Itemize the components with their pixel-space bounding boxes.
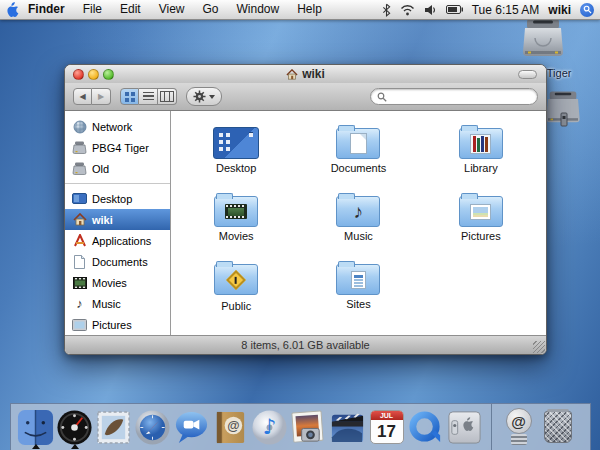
sidebar-item-music[interactable]: ♪ Music (65, 293, 170, 314)
file-desktop[interactable]: Desktop (186, 121, 286, 189)
volume-menu[interactable] (424, 4, 437, 16)
menu-clock[interactable]: Tue 6:15 AM (472, 3, 540, 17)
dock-item-ical[interactable]: JUL 17 (367, 406, 406, 448)
applications-icon (72, 233, 87, 248)
file-area: Desktop Documents Library Movies (171, 111, 546, 335)
dock-item-dashboard[interactable] (55, 406, 94, 448)
sidebar-item-old[interactable]: Old (65, 158, 170, 179)
file-music[interactable]: ♪ Music (308, 189, 408, 257)
dashboard-icon (56, 409, 93, 446)
sidebar-item-desktop[interactable]: Desktop (65, 188, 170, 209)
file-pictures[interactable]: Pictures (431, 189, 531, 257)
menu-item-help[interactable]: Help (288, 0, 331, 19)
file-documents[interactable]: Documents (308, 121, 408, 189)
apple-menu[interactable] (0, 2, 24, 17)
menu-item-view[interactable]: View (150, 0, 194, 19)
window-titlebar[interactable]: wiki (65, 65, 546, 83)
spotlight-magnifier-icon (583, 5, 592, 14)
battery-menu[interactable] (446, 5, 463, 14)
dock-item-safari[interactable] (133, 406, 172, 448)
battery-icon (446, 5, 463, 14)
file-public[interactable]: Public (186, 257, 286, 325)
dock-item-imovie[interactable] (328, 406, 367, 448)
document-icon (72, 254, 87, 269)
address-book-icon: @ (212, 409, 249, 446)
close-button[interactable] (73, 69, 84, 80)
spotlight-button[interactable] (580, 3, 594, 17)
dock-item-mail[interactable] (94, 406, 133, 448)
music-folder-icon: ♪ (336, 196, 380, 227)
window-title: wiki (302, 67, 325, 81)
sidebar-item-wiki[interactable]: wiki (65, 209, 170, 230)
search-input[interactable] (391, 90, 531, 104)
iphoto-icon (290, 409, 327, 446)
dock-item-system-preferences[interactable] (445, 406, 484, 448)
dock-item-iphoto[interactable] (289, 406, 328, 448)
dock-item-ichat[interactable] (172, 406, 211, 448)
apple-logo-icon (6, 2, 19, 17)
minimize-button[interactable] (88, 69, 99, 80)
desktop-background: Finder File Edit View Go Window Help (0, 0, 600, 450)
sites-folder-icon (336, 264, 380, 295)
sidebar-item-pictures[interactable]: Pictures (65, 314, 170, 335)
at-spring-icon: @ (502, 408, 536, 446)
sidebar-item-pbg4-tiger[interactable]: PBG4 Tiger (65, 137, 170, 158)
back-button[interactable]: ◀ (73, 88, 92, 105)
dock-item-web-link[interactable]: @ (499, 406, 538, 448)
svg-text:@: @ (227, 418, 239, 432)
action-menu-button[interactable] (186, 87, 222, 106)
ical-icon: JUL 17 (370, 410, 404, 444)
sidebar-item-label: Applications (92, 235, 151, 247)
column-view-icon (160, 91, 174, 102)
airport-menu[interactable] (400, 3, 415, 16)
sidebar-item-label: Documents (92, 256, 148, 268)
search-field[interactable] (370, 88, 538, 105)
icon-view-button[interactable] (120, 88, 139, 105)
toolbar-toggle-button[interactable] (518, 70, 537, 79)
desktop-folder-icon (213, 127, 259, 159)
system-preferences-icon (446, 409, 483, 446)
file-label: Music (308, 230, 408, 242)
dock-item-itunes[interactable]: ♪ (250, 406, 289, 448)
fast-user-switch-menu[interactable]: wiki (548, 3, 571, 17)
menu-item-file[interactable]: File (74, 0, 111, 19)
zoom-button[interactable] (103, 69, 114, 80)
quicktime-icon (407, 409, 444, 446)
resize-grip[interactable] (533, 341, 545, 353)
dock-item-address-book[interactable]: @ (211, 406, 250, 448)
sidebar: Network PBG4 Tiger Old (65, 111, 171, 335)
dock-item-quicktime[interactable] (406, 406, 445, 448)
bluetooth-menu[interactable] (382, 3, 391, 17)
dropdown-caret-icon (209, 95, 215, 99)
sidebar-item-label: Pictures (92, 319, 132, 331)
file-movies[interactable]: Movies (186, 189, 286, 257)
safari-icon (134, 409, 171, 446)
itunes-icon: ♪ (251, 409, 288, 446)
sidebar-item-label: Movies (92, 277, 127, 289)
sidebar-item-label: PBG4 Tiger (92, 142, 149, 154)
dock-item-finder[interactable] (16, 406, 55, 448)
forward-button[interactable]: ▶ (92, 88, 111, 105)
menu-item-edit[interactable]: Edit (111, 0, 150, 19)
file-label: Public (186, 300, 286, 312)
list-view-icon (143, 92, 154, 101)
menu-item-go[interactable]: Go (194, 0, 228, 19)
column-view-button[interactable] (158, 88, 177, 105)
file-label: Sites (308, 298, 408, 310)
ical-month: JUL (371, 411, 403, 420)
file-library[interactable]: Library (431, 121, 531, 189)
sidebar-item-applications[interactable]: Applications (65, 230, 170, 251)
sidebar-item-movies[interactable]: Movies (65, 272, 170, 293)
menu-item-window[interactable]: Window (228, 0, 289, 19)
menu-item-finder[interactable]: Finder (24, 0, 74, 19)
list-view-button[interactable] (139, 88, 158, 105)
dock-item-trash[interactable] (538, 406, 577, 448)
file-sites[interactable]: Sites (308, 257, 408, 325)
pictures-icon (72, 317, 87, 332)
library-folder-icon (459, 128, 503, 159)
sidebar-item-documents[interactable]: Documents (65, 251, 170, 272)
hard-drive-icon (72, 161, 87, 176)
status-text: 8 items, 6.01 GB available (241, 339, 369, 351)
documents-folder-icon (336, 128, 380, 159)
sidebar-item-network[interactable]: Network (65, 116, 170, 137)
